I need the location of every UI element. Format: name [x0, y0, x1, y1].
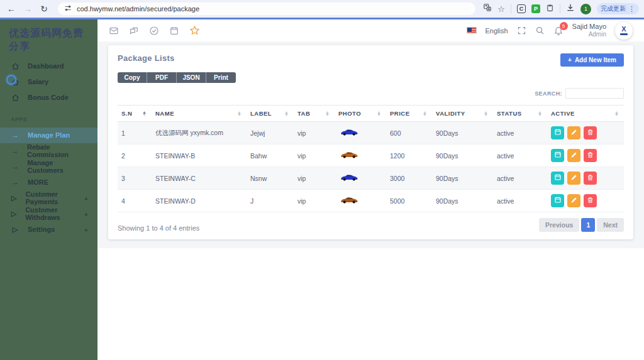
sidebar-item-more[interactable]: →MORE [0, 175, 97, 190]
sort-icons[interactable]: ▲ ▼ [538, 111, 542, 116]
extension-green-icon[interactable]: P [531, 4, 540, 13]
package-table: S.N ▲ ▼NAME ▲ ▼LABEL ▲ ▼TAB ▲ ▼PHOTO ▲ ▼… [118, 105, 624, 212]
check-circle-icon[interactable] [149, 26, 159, 36]
fullscreen-icon[interactable] [517, 26, 526, 35]
sort-icons[interactable]: ▲ ▼ [614, 111, 619, 116]
pagination-page-1-button[interactable]: 1 [581, 218, 595, 232]
sidebar-item-customer-payments[interactable]: ▷Customer Payments▲ [0, 190, 97, 206]
sort-desc-icon[interactable]: ▼ [377, 114, 381, 116]
sort-icons[interactable]: ▲ ▼ [423, 111, 427, 116]
column-header-active[interactable]: ACTIVE ▲ ▼ [547, 106, 624, 122]
delete-button[interactable] [584, 172, 597, 185]
sidebar-item-bonus-code[interactable]: Bonus Code [0, 90, 97, 106]
delete-button[interactable] [584, 126, 597, 139]
site-settings-icon[interactable] [64, 3, 72, 14]
us-flag-icon [467, 27, 477, 34]
chat-icon[interactable] [129, 26, 139, 36]
browser-profile-avatar[interactable]: 1 [580, 4, 591, 14]
extension-c-icon[interactable]: C [517, 4, 526, 13]
column-header-photo[interactable]: PHOTO ▲ ▼ [335, 106, 386, 122]
translate-icon[interactable] [483, 3, 492, 14]
sort-desc-icon[interactable]: ▼ [614, 114, 619, 116]
sort-icons[interactable]: ▲ ▼ [142, 111, 147, 116]
calendar-icon [554, 128, 562, 138]
sidebar-item-rebate-commission[interactable]: →Rebate Commission [0, 143, 97, 159]
user-menu[interactable]: Sajid Mayo Admin [572, 23, 606, 38]
sidebar-item-label: Manage Customers [27, 159, 89, 174]
view-button[interactable] [551, 194, 564, 207]
cell-actions[interactable] [547, 122, 624, 145]
delete-button[interactable] [584, 149, 597, 162]
sidebar-item-dashboard[interactable]: Dashboard [0, 58, 97, 74]
arrow-right-icon: → [11, 178, 19, 187]
column-header-price[interactable]: PRICE ▲ ▼ [386, 106, 432, 122]
language-selector[interactable]: English [486, 27, 508, 35]
export-pdf-button[interactable]: PDF [147, 72, 177, 83]
sort-icons[interactable]: ▲ ▼ [325, 111, 330, 116]
column-header-status[interactable]: STATUS ▲ ▼ [493, 106, 547, 122]
extension-clipboard-icon[interactable] [546, 3, 554, 14]
view-button[interactable] [551, 149, 564, 162]
column-header-validity[interactable]: VALIDITY ▲ ▼ [432, 106, 493, 122]
sort-icons[interactable]: ▲ ▼ [284, 111, 289, 116]
cell-actions[interactable] [547, 190, 624, 212]
edit-button[interactable] [567, 172, 580, 185]
avatar[interactable]: X [615, 22, 633, 40]
view-button[interactable] [551, 172, 564, 185]
address-bar[interactable]: cod.hwymw.net/admin/secured/package [58, 3, 475, 15]
pagination-next-button[interactable]: Next [597, 218, 624, 232]
back-icon[interactable]: ← [5, 3, 18, 15]
edit-button[interactable] [567, 126, 580, 139]
sidebar-item-salary[interactable]: Salary [0, 74, 97, 90]
delete-button[interactable] [584, 194, 597, 207]
chevron-up-icon: ▲ [84, 195, 89, 201]
column-header-label[interactable]: LABEL ▲ ▼ [247, 106, 294, 122]
pagination-previous-button[interactable]: Previous [539, 218, 579, 232]
sidebar-item-customer-withdraws[interactable]: ▷Customer Withdraws▲ [0, 206, 97, 222]
sort-desc-icon[interactable]: ▼ [325, 114, 330, 116]
sidebar-item-settings[interactable]: ▷Settings▲ [0, 222, 97, 237]
bookmark-star-icon[interactable]: ☆ [497, 4, 505, 14]
download-icon[interactable] [566, 3, 575, 14]
home-icon [11, 62, 19, 70]
cell-sn: 1 [118, 122, 152, 145]
export-json-button[interactable]: JSON [177, 72, 206, 83]
export-copy-button[interactable]: Copy [118, 72, 147, 83]
sort-icons[interactable]: ▲ ▼ [377, 111, 381, 116]
search-icon[interactable] [535, 26, 545, 35]
edit-button[interactable] [567, 194, 580, 207]
add-new-item-button[interactable]: + Add New Item [560, 53, 624, 67]
sidebar-item-manage-plan[interactable]: →Manage Plan [0, 128, 97, 143]
column-header-s-n[interactable]: S.N ▲ ▼ [118, 106, 152, 122]
column-header-tab[interactable]: TAB ▲ ▼ [294, 106, 335, 122]
menu-kebab-icon[interactable]: ⋮ [628, 5, 635, 13]
url-text[interactable]: cod.hwymw.net/admin/secured/package [77, 5, 199, 13]
cell-actions[interactable] [547, 167, 624, 190]
sidebar-nav-apps: →Manage Plan→Rebate Commission→Manage Cu… [0, 128, 97, 237]
sort-icons[interactable]: ▲ ▼ [484, 111, 488, 116]
sort-desc-icon[interactable]: ▼ [237, 114, 242, 116]
star-icon[interactable] [189, 25, 200, 36]
column-header-name[interactable]: NAME ▲ ▼ [152, 106, 247, 122]
mail-icon[interactable] [109, 26, 119, 36]
sort-desc-icon[interactable]: ▼ [423, 114, 427, 116]
cell-label: Bahw [247, 145, 294, 167]
notifications-bell[interactable]: 5 [553, 26, 564, 36]
sort-desc-icon[interactable]: ▼ [538, 114, 542, 116]
sort-desc-icon[interactable]: ▼ [484, 114, 488, 116]
sort-desc-icon[interactable]: ▼ [284, 114, 289, 116]
caret-right-icon: ▷ [11, 226, 19, 234]
sidebar-item-manage-customers[interactable]: →Manage Customers [0, 159, 97, 175]
export-print-button[interactable]: Print [206, 72, 236, 83]
refresh-icon[interactable]: ↻ [38, 3, 50, 15]
table-search-input[interactable] [565, 88, 624, 99]
forward-icon[interactable]: → [21, 3, 34, 15]
view-button[interactable] [551, 126, 564, 139]
browser-toolbar: ← → ↻ cod.hwymw.net/admin/secured/packag… [0, 0, 644, 18]
chrome-update-button[interactable]: 完成更新 ⋮ [597, 3, 639, 14]
sort-desc-icon[interactable]: ▼ [142, 114, 147, 116]
sort-icons[interactable]: ▲ ▼ [237, 111, 242, 116]
cell-actions[interactable] [547, 145, 624, 167]
edit-button[interactable] [567, 149, 580, 162]
calendar-icon[interactable] [169, 26, 179, 36]
